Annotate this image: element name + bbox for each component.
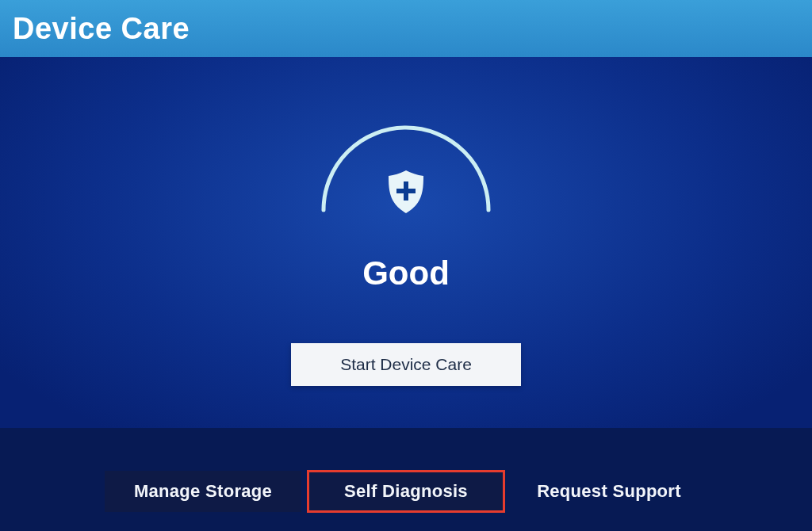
tab-self-diagnosis[interactable]: Self Diagnosis — [308, 471, 504, 512]
tab-manage-storage[interactable]: Manage Storage — [105, 471, 301, 512]
svg-rect-1 — [396, 189, 416, 193]
page-title: Device Care — [13, 12, 190, 46]
footer-tabs: Manage Storage Self Diagnosis Request Su… — [105, 471, 707, 512]
start-device-care-button[interactable]: Start Device Care — [291, 343, 521, 386]
status-label: Good — [362, 254, 450, 292]
main-content: Good Start Device Care — [0, 57, 812, 428]
footer: Manage Storage Self Diagnosis Request Su… — [0, 428, 812, 531]
tab-request-support[interactable]: Request Support — [511, 471, 707, 512]
status-visual — [295, 99, 517, 258]
header: Device Care — [0, 0, 812, 57]
shield-plus-icon — [385, 169, 427, 215]
